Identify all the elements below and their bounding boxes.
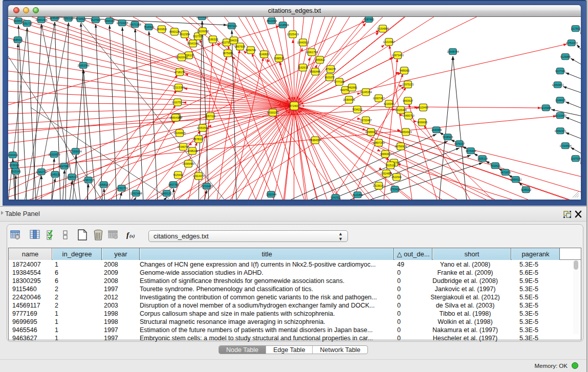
svg-text:1117602: 1117602 [571,27,581,30]
svg-text:1535061: 1535061 [9,164,19,167]
svg-text:6794078: 6794078 [325,68,336,71]
svg-text:19384554: 19384554 [309,139,321,142]
svg-text:7625402: 7625402 [173,173,183,177]
svg-text:1498222: 1498222 [187,149,198,152]
svg-text:20053346: 20053346 [77,64,89,67]
svg-text:7462661: 7462661 [347,86,357,89]
svg-text:3915141: 3915141 [11,170,21,173]
svg-text:18724007: 18724007 [288,104,301,107]
svg-text:2430611: 2430611 [8,154,18,157]
svg-text:9457791: 9457791 [168,183,179,186]
svg-text:13325419: 13325419 [287,33,298,36]
svg-text:16914479: 16914479 [192,174,204,178]
svg-text:15640910: 15640910 [297,41,309,44]
svg-text:13226058: 13226058 [197,30,208,33]
svg-text:15692971: 15692971 [554,129,566,133]
svg-text:8813054: 8813054 [267,19,277,23]
svg-text:(x): (x) [129,233,135,238]
svg-text:10543362: 10543362 [187,42,199,45]
svg-text:15720407: 15720407 [360,119,372,122]
svg-text:9684067: 9684067 [380,152,390,156]
svg-text:1640954: 1640954 [431,128,442,132]
svg-text:10688609: 10688609 [365,130,377,134]
svg-text:6466160: 6466160 [104,19,115,23]
svg-text:17046708: 17046708 [177,145,189,148]
svg-text:8990448: 8990448 [310,70,320,73]
svg-text:2087682: 2087682 [364,18,374,21]
svg-text:16648784: 16648784 [447,50,459,53]
svg-text:16961758: 16961758 [306,51,317,54]
svg-text:16671368: 16671368 [129,23,141,26]
svg-text:6379197: 6379197 [454,142,465,145]
svg-text:1388520: 1388520 [274,57,284,60]
svg-text:8123455: 8123455 [353,193,363,196]
svg-text:2867608: 2867608 [235,45,245,48]
svg-text:8660125: 8660125 [169,30,180,33]
svg-text:14136141: 14136141 [373,184,384,187]
svg-text:2051726: 2051726 [22,22,32,25]
svg-text:19166825: 19166825 [173,132,185,135]
svg-text:1167534: 1167534 [571,157,581,160]
svg-text:15751074: 15751074 [565,41,577,45]
svg-text:17016504: 17016504 [559,144,571,147]
svg-text:16154808: 16154808 [377,27,388,30]
svg-text:3267110: 3267110 [205,115,215,118]
svg-text:20691406: 20691406 [35,18,47,21]
svg-text:12975115: 12975115 [402,83,414,86]
svg-text:1527602: 1527602 [91,18,101,21]
svg-text:9227341: 9227341 [555,70,565,73]
svg-text:12093872: 12093872 [552,83,563,86]
svg-text:16782759: 16782759 [116,187,127,190]
svg-text:10975887: 10975887 [58,165,70,168]
svg-text:7534212: 7534212 [352,108,362,111]
svg-text:12942737: 12942737 [35,170,47,173]
svg-text:2718176: 2718176 [175,71,185,74]
svg-text:7515520: 7515520 [144,26,154,29]
svg-text:10107554: 10107554 [171,101,183,104]
svg-text:9777169: 9777169 [334,80,344,83]
svg-text:9242511: 9242511 [331,196,341,199]
svg-text:9699695: 9699695 [417,121,427,124]
svg-text:9129966: 9129966 [560,55,571,58]
svg-text:15716485: 15716485 [201,185,212,188]
svg-text:3875685: 3875685 [223,52,233,55]
svg-text:16033809: 16033809 [196,17,208,18]
svg-text:8734521: 8734521 [76,17,86,20]
svg-text:7663822: 7663822 [157,28,167,31]
svg-text:19218506: 19218506 [277,24,289,27]
svg-text:6216043: 6216043 [384,102,394,105]
svg-text:9146821: 9146821 [259,53,269,56]
svg-text:22420046: 22420046 [176,56,187,59]
svg-text:17359934: 17359934 [70,150,81,153]
svg-text:19654923: 19654923 [400,130,411,134]
svg-text:12213383: 12213383 [172,86,184,89]
svg-text:8878312: 8878312 [193,138,204,141]
svg-text:9463627: 9463627 [403,99,413,102]
svg-text:10958107: 10958107 [98,183,110,186]
svg-text:9474444: 9474444 [466,149,476,152]
svg-text:7955812: 7955812 [315,58,325,61]
svg-text:5938923: 5938923 [443,136,453,139]
svg-text:9215958: 9215958 [541,106,551,110]
svg-text:18807269: 18807269 [373,141,384,144]
svg-text:10719155: 10719155 [116,21,128,25]
svg-text:10025488: 10025488 [395,108,406,112]
svg-text:13524851: 13524851 [380,172,392,175]
svg-text:2935114: 2935114 [477,157,488,160]
svg-text:12213987: 12213987 [383,40,395,43]
svg-text:2522541: 2522541 [391,176,402,179]
svg-text:8471676: 8471676 [500,171,511,174]
svg-text:1615112: 1615112 [385,164,396,167]
svg-text:1145131: 1145131 [50,173,60,176]
svg-text:14353594: 14353594 [197,126,208,129]
svg-text:7632621: 7632621 [490,164,500,167]
svg-text:16245354: 16245354 [360,91,372,94]
svg-text:1244415: 1244415 [555,99,565,102]
svg-text:10553267: 10553267 [62,17,74,20]
svg-text:1546311: 1546311 [229,39,239,42]
svg-text:1292344: 1292344 [266,193,276,196]
svg-text:1685521: 1685521 [13,38,23,41]
svg-text:17957225: 17957225 [82,179,94,182]
svg-text:12905135: 12905135 [66,176,78,179]
svg-text:10307457: 10307457 [373,97,384,100]
